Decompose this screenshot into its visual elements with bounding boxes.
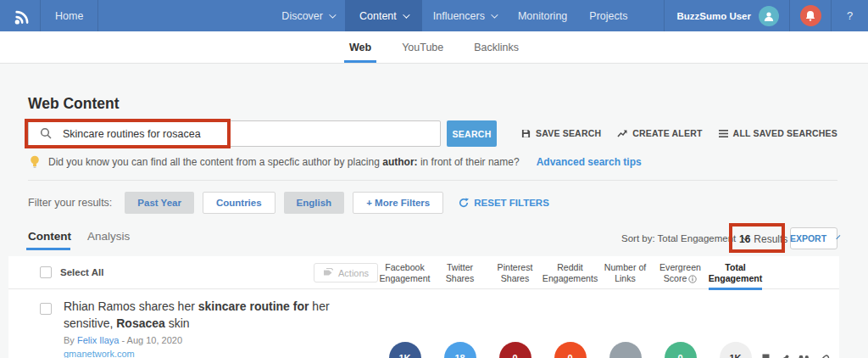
metric-cell: 1K [708, 342, 763, 358]
chip-label: + More Filters [366, 198, 430, 208]
button-label: RESET FILTERS [474, 198, 549, 208]
help-button[interactable]: ? [831, 0, 868, 31]
filter-chip-countries[interactable]: Countries [203, 192, 275, 214]
reddit-engagements-value: 0 [554, 342, 587, 358]
tab-content[interactable]: Content [28, 230, 71, 243]
page-title: Web Content [28, 95, 120, 113]
assign-users-button[interactable] [797, 354, 810, 358]
bell-icon [805, 10, 815, 21]
search-button[interactable]: SEARCH [447, 120, 497, 147]
select-all-label: Select All [60, 267, 103, 277]
select-all-checkbox[interactable] [40, 266, 52, 278]
nav-item-home[interactable]: Home [41, 0, 98, 31]
all-saved-searches-button[interactable]: ALL SAVED SEARCHES [719, 128, 837, 138]
byline: By Felix Ilaya - Aug 10, 2020 [64, 335, 370, 345]
nav-item-content[interactable]: Content [345, 0, 422, 31]
column-twitter-shares[interactable]: Twitter Shares [432, 256, 487, 289]
table-row: Rhian Ramos shares her skincare routine … [8, 289, 839, 358]
trend-up-icon [617, 129, 627, 138]
tab-youtube[interactable]: YouTube [400, 31, 445, 63]
bookmark-icon [761, 354, 771, 358]
column-evergreen-score[interactable]: Evergreen Score [653, 256, 708, 289]
nav-spacer [638, 0, 664, 31]
chevron-down-icon [329, 11, 336, 18]
chip-label: Past Year [137, 198, 181, 208]
filter-bar: Filter your results: Past Year Countries… [28, 192, 549, 214]
create-alert-button[interactable]: CREATE ALERT [617, 128, 702, 138]
button-label: CREATE ALERT [632, 128, 702, 138]
avatar [759, 6, 779, 26]
button-label: SAVE SEARCH [536, 128, 601, 138]
sort-by-dropdown[interactable]: Sort by: Total Engagement [621, 233, 747, 243]
nav-label: Influencers [433, 10, 485, 22]
metric-cell: 0 [542, 342, 598, 358]
nav-item-discover[interactable]: Discover [270, 0, 345, 31]
metric-cell: 0 [487, 342, 542, 358]
top-navigation: Home Discover Content Influencers Monito… [0, 0, 868, 31]
column-pinterest-shares[interactable]: Pinterest Shares [487, 256, 542, 289]
user-menu[interactable]: BuzzSumo User [664, 0, 789, 31]
domain-link[interactable]: gmanetwork.com [64, 349, 370, 358]
tab-backlinks[interactable]: Backlinks [472, 31, 520, 63]
advanced-search-tips-link[interactable]: Advanced search tips [537, 156, 642, 168]
twitter-shares-value: 18 [444, 342, 476, 358]
tab-label: YouTube [402, 42, 443, 53]
filter-chip-english[interactable]: English [284, 192, 345, 214]
metric-cell: - [598, 342, 653, 358]
pinterest-shares-value: 0 [499, 342, 531, 358]
byline-prefix: By [64, 335, 75, 345]
column-reddit-engagements[interactable]: Reddit Engagements [542, 256, 598, 289]
save-search-button[interactable]: SAVE SEARCH [521, 128, 601, 138]
user-name: BuzzSumo User [676, 11, 751, 21]
sort-by-label: Sort by: Total Engagement [621, 233, 736, 243]
content-type-tabs: Web YouTube Backlinks [0, 31, 868, 64]
person-icon [763, 10, 775, 22]
buzzsumo-logo[interactable] [0, 0, 41, 31]
nav-label: Monitoring [518, 10, 567, 22]
column-total-engagement[interactable]: Total Engagement [708, 256, 763, 289]
results-count: 16Results [739, 233, 787, 245]
nav-item-projects[interactable]: Projects [578, 0, 638, 31]
actions-button[interactable]: Actions [314, 263, 378, 282]
section-divider [28, 180, 837, 181]
search-input[interactable] [28, 120, 441, 147]
notifications-button[interactable] [789, 0, 831, 31]
chevron-down-icon [837, 235, 841, 239]
metric-cell: 0 [653, 342, 708, 358]
column-facebook-engagement[interactable]: Facebook Engagement [377, 256, 432, 289]
facebook-engagement-value: 1K [389, 342, 421, 358]
nav-label: Home [55, 10, 83, 22]
filter-label: Filter your results: [28, 197, 112, 209]
column-number-of-links[interactable]: Number of Links [598, 256, 653, 289]
tag-icon [323, 268, 333, 277]
export-button[interactable]: EXPORT [790, 227, 837, 249]
rss-spiral-icon [9, 5, 31, 27]
nav-item-influencers[interactable]: Influencers [422, 0, 507, 31]
info-icon[interactable] [688, 275, 697, 283]
save-icon [521, 129, 531, 138]
bookmark-button[interactable] [761, 354, 771, 358]
chip-label: English [297, 198, 332, 208]
author-link[interactable]: Felix Ilaya [77, 335, 120, 345]
bell-badge [800, 5, 821, 26]
more-filters-button[interactable]: + More Filters [353, 192, 443, 214]
copy-link-button[interactable] [818, 354, 830, 358]
nav-item-monitoring[interactable]: Monitoring [507, 0, 578, 31]
tip-text-after: in front of their name? [420, 156, 520, 168]
nav-label: Content [359, 10, 397, 22]
column-headers: Facebook Engagement Twitter Shares Pinte… [377, 256, 763, 289]
results-table: Select All Actions Facebook Engagement T… [8, 256, 839, 358]
chevron-down-icon [403, 11, 409, 18]
reset-filters-button[interactable]: RESET FILTERS [459, 198, 549, 208]
number-of-links-value: - [609, 342, 642, 358]
result-title-link[interactable]: Rhian Ramos shares her skincare routine … [64, 298, 370, 332]
share-button[interactable] [778, 354, 789, 358]
tab-web[interactable]: Web [348, 31, 373, 63]
nav-label: Projects [589, 10, 627, 22]
tab-analysis[interactable]: Analysis [87, 230, 130, 243]
lightbulb-icon [30, 155, 40, 169]
tip-bold-term: author: [382, 156, 417, 168]
filter-chip-past-year[interactable]: Past Year [125, 192, 194, 214]
title-segment: Rhian Ramos shares her [64, 299, 198, 313]
row-checkbox[interactable] [40, 303, 52, 315]
